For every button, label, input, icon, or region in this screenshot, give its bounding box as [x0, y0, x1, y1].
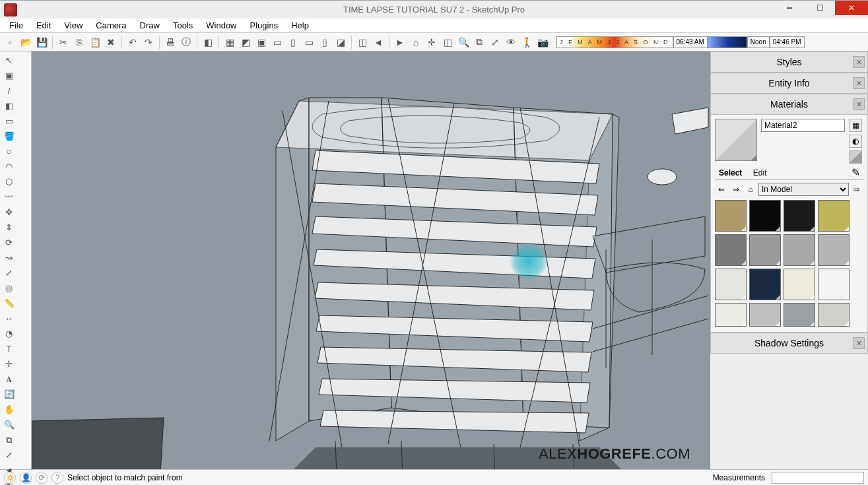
open-file-icon[interactable]: 📂 — [18, 35, 33, 49]
rotate-tool-icon[interactable]: ⟳ — [2, 236, 16, 249]
redo-icon[interactable]: ↷ — [141, 35, 156, 49]
walk-icon[interactable]: 🚶 — [519, 35, 534, 49]
text-tool-icon[interactable]: T — [2, 342, 16, 356]
back-view-icon[interactable]: ▭ — [302, 35, 316, 49]
make-component-tool-icon[interactable]: ▣ — [2, 69, 16, 82]
undo-icon[interactable]: ↶ — [125, 35, 140, 49]
material-swatch[interactable] — [784, 303, 815, 327]
model-info-icon[interactable]: ⓘ — [179, 35, 193, 49]
measurements-input[interactable] — [772, 472, 864, 484]
zoom-window2-tool-icon[interactable]: ⧉ — [2, 433, 16, 447]
material-swatch[interactable] — [715, 303, 747, 327]
delete-icon[interactable]: ✖ — [104, 35, 118, 49]
paint-bucket-tool-icon[interactable]: 🪣 — [2, 129, 16, 143]
material-swatch[interactable] — [749, 269, 781, 300]
push-pull-tool-icon[interactable]: ⇕ — [2, 220, 16, 234]
material-swatch[interactable] — [818, 303, 850, 327]
line-tool-icon[interactable]: / — [2, 84, 16, 98]
home-view-icon[interactable]: ⌂ — [409, 35, 423, 49]
move-tool-icon[interactable]: ✥ — [2, 205, 16, 219]
axes-icon[interactable]: ✛ — [424, 35, 439, 49]
material-swatch[interactable] — [784, 200, 815, 232]
offset-tool-icon[interactable]: ◎ — [2, 281, 16, 295]
help-icon[interactable]: ? — [51, 472, 63, 484]
xray-icon[interactable]: ▦ — [222, 35, 237, 49]
forward-icon[interactable]: ⇒ — [729, 183, 743, 196]
menu-camera[interactable]: Camera — [89, 19, 133, 32]
axes2-tool-icon[interactable]: ✛ — [2, 357, 16, 371]
section-icon[interactable]: ◫ — [440, 35, 455, 49]
menu-plugins[interactable]: Plugins — [244, 19, 285, 32]
zoom-extents-icon[interactable]: ⤢ — [488, 35, 502, 49]
dimension-tool-icon[interactable]: ↔ — [2, 311, 16, 325]
month-slider[interactable]: J F M A M J J A S O N D — [556, 36, 673, 48]
panel-materials-header[interactable]: Materials ✕ — [710, 94, 868, 115]
menu-file[interactable]: File — [3, 19, 30, 32]
close-icon[interactable]: ✕ — [853, 337, 865, 349]
menu-edit[interactable]: Edit — [30, 19, 57, 32]
material-swatch[interactable] — [715, 269, 747, 300]
polygon-tool-icon[interactable]: ⬡ — [2, 175, 16, 189]
select-tool-icon[interactable]: ↖ — [2, 53, 16, 67]
material-swatch[interactable] — [749, 234, 781, 266]
3dtext-tool-icon[interactable]: 𝐀 — [2, 372, 16, 386]
iso-view-icon[interactable]: ◩ — [238, 35, 253, 49]
panel-styles-header[interactable]: Styles ✕ — [710, 51, 868, 73]
panel-shadow-header[interactable]: Shadow Settings ✕ — [710, 333, 868, 354]
shadows-icon[interactable]: ◧ — [201, 35, 215, 49]
cut-icon[interactable]: ✂ — [56, 35, 71, 49]
close-button[interactable] — [835, 1, 868, 15]
right-view-icon[interactable]: ▯ — [286, 35, 300, 49]
rectangle-tool-icon[interactable]: ▭ — [2, 114, 16, 128]
material-library-select[interactable]: In Model — [758, 183, 849, 196]
prev-view-icon[interactable]: ◄ — [371, 35, 385, 49]
close-icon[interactable]: ✕ — [853, 56, 865, 68]
material-name-input[interactable] — [761, 119, 845, 132]
details-icon[interactable]: ⇨ — [850, 183, 863, 196]
material-swatch[interactable] — [715, 200, 747, 232]
back-icon[interactable]: ⇐ — [715, 183, 728, 196]
viewport-3d[interactable]: ALEXHOGREFE.COM — [32, 51, 710, 469]
zoom2-tool-icon[interactable]: 🔍 — [2, 418, 16, 432]
new-file-icon[interactable]: ▫ — [3, 35, 17, 49]
materials-mode-select[interactable]: Select — [715, 167, 746, 179]
material-swatch[interactable] — [818, 234, 850, 266]
print-icon[interactable]: 🖶 — [163, 35, 178, 49]
material-swatch[interactable] — [715, 234, 747, 266]
material-swatch[interactable] — [749, 303, 781, 327]
time-slider[interactable] — [708, 36, 747, 48]
home-icon[interactable]: ⌂ — [744, 183, 757, 196]
material-swatch[interactable] — [749, 200, 781, 232]
pan-tool-icon[interactable]: ✋ — [2, 403, 16, 416]
minimize-button[interactable] — [774, 1, 805, 15]
left-view-icon[interactable]: ▯ — [317, 35, 332, 49]
zoom-extents2-tool-icon[interactable]: ⤢ — [2, 448, 16, 462]
geo-location-icon[interactable]: 🔅 — [4, 472, 16, 484]
zoom-window-icon[interactable]: ⧉ — [472, 35, 486, 49]
panel-entity-header[interactable]: Entity Info ✕ — [710, 73, 868, 94]
material-preview[interactable] — [715, 119, 757, 161]
materials-mode-edit[interactable]: Edit — [749, 167, 771, 179]
follow-me-tool-icon[interactable]: ↝ — [2, 251, 16, 265]
arc-tool-icon[interactable]: ◠ — [2, 160, 16, 174]
orbit-tool-icon[interactable]: 🔄 — [2, 387, 16, 401]
eyedropper-icon[interactable]: ✎ — [851, 166, 863, 178]
next-view-icon[interactable]: ► — [393, 35, 407, 49]
eraser-tool-icon[interactable]: ◧ — [2, 99, 16, 113]
menu-view[interactable]: View — [57, 19, 89, 32]
add-material-icon[interactable]: ▦ — [849, 119, 862, 132]
paste-icon[interactable]: 📋 — [88, 35, 102, 49]
material-swatch[interactable] — [818, 269, 850, 300]
protractor-tool-icon[interactable]: ◔ — [2, 327, 16, 340]
menu-help[interactable]: Help — [284, 19, 316, 32]
tape-tool-icon[interactable]: 📏 — [2, 296, 16, 310]
scale-tool-icon[interactable]: ⤢ — [2, 266, 16, 280]
top-view-icon[interactable]: ▣ — [254, 35, 269, 49]
position-camera-icon[interactable]: 📷 — [535, 35, 550, 49]
circle-tool-icon[interactable]: ○ — [2, 145, 16, 158]
save-file-icon[interactable]: 💾 — [34, 35, 49, 49]
material-swatch[interactable] — [818, 200, 850, 232]
menu-draw[interactable]: Draw — [133, 19, 166, 32]
zoom-icon[interactable]: 🔍 — [456, 35, 471, 49]
toggle2-icon[interactable]: ◫ — [355, 35, 370, 49]
